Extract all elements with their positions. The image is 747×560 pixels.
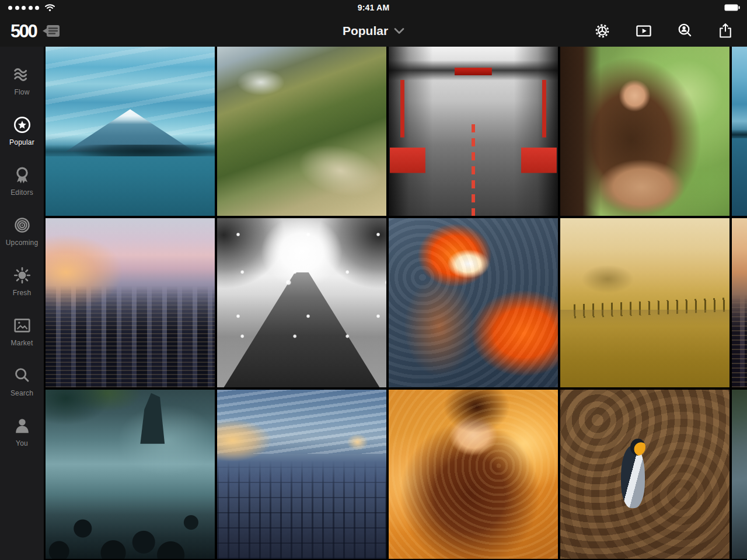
- photo-tile[interactable]: [46, 390, 215, 559]
- sidebar-nav: Flow Popular Editors: [0, 47, 44, 560]
- sidebar-item-editors[interactable]: Editors: [0, 164, 44, 215]
- star-circle-icon: [12, 114, 32, 135]
- sidebar-item-label: Market: [11, 339, 33, 347]
- sidebar-item-market[interactable]: Market: [0, 315, 44, 365]
- find-friends-icon[interactable]: [676, 22, 694, 40]
- sidebar-item-label: Flow: [14, 88, 29, 96]
- sidebar-item-search[interactable]: Search: [0, 365, 44, 415]
- photo-tile[interactable]: [217, 218, 386, 387]
- sidebar-item-fresh[interactable]: Fresh: [0, 265, 44, 315]
- chevron-down-icon: [394, 27, 404, 34]
- sidebar-item-label: Editors: [11, 188, 33, 197]
- medal-icon: [12, 164, 32, 186]
- battery-icon: [724, 4, 740, 11]
- photo-tile[interactable]: [389, 218, 558, 387]
- sidebar-item-label: Popular: [9, 138, 34, 146]
- photo-tile[interactable]: [732, 47, 747, 216]
- page-title: Popular: [343, 24, 388, 38]
- photo-tile[interactable]: [732, 390, 747, 559]
- waves-icon: [12, 64, 32, 85]
- settings-gear-icon[interactable]: [593, 22, 612, 40]
- photo-tile[interactable]: [732, 218, 747, 387]
- status-bar: 9:41 AM: [0, 0, 747, 15]
- sidebar-item-label: You: [16, 439, 28, 447]
- photo-tile[interactable]: [560, 390, 729, 559]
- sidebar-item-popular[interactable]: Popular: [0, 114, 44, 164]
- app-window: 9:41 AM 500 Popula: [0, 0, 747, 560]
- sun-icon: [12, 265, 32, 286]
- sidebar-item-upcoming[interactable]: Upcoming: [0, 215, 44, 265]
- sidebar-item-flow[interactable]: Flow: [0, 64, 44, 114]
- photo-tile[interactable]: [46, 218, 215, 387]
- photo-tile[interactable]: [217, 47, 386, 216]
- photo-tile[interactable]: [560, 218, 729, 387]
- photo-tile[interactable]: [217, 390, 386, 559]
- photo-tile[interactable]: [389, 47, 558, 216]
- slideshow-icon[interactable]: [634, 22, 654, 40]
- sidebar-item-label: Search: [11, 389, 33, 397]
- sidebar-item-label: Fresh: [13, 289, 32, 297]
- sidebar-item-label: Upcoming: [6, 239, 39, 247]
- photo-tile[interactable]: [389, 390, 558, 559]
- person-icon: [12, 415, 32, 436]
- magnifier-icon: [12, 365, 32, 386]
- app-header: 500 Popular: [0, 15, 747, 47]
- framed-photo-icon: [12, 315, 32, 336]
- concentric-rings-icon: [12, 215, 32, 236]
- status-time: 9:41 AM: [0, 3, 747, 12]
- sidebar-item-you[interactable]: You: [0, 415, 44, 466]
- header-actions: [593, 22, 734, 40]
- photo-tile[interactable]: [560, 47, 729, 216]
- photo-tile[interactable]: [46, 47, 215, 216]
- share-icon[interactable]: [717, 22, 734, 40]
- photo-grid: [46, 47, 747, 559]
- top-bar: 9:41 AM 500 Popula: [0, 0, 747, 47]
